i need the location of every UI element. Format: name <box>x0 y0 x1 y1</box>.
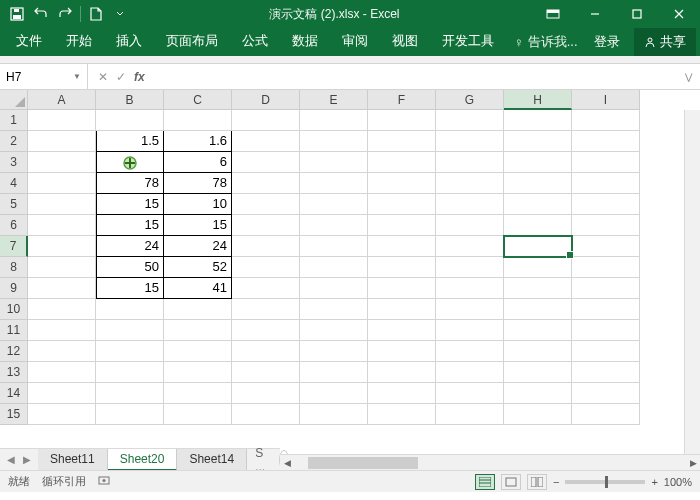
cell[interactable] <box>572 383 640 404</box>
tab-pagelayout[interactable]: 页面布局 <box>154 27 230 56</box>
cell[interactable] <box>300 278 368 299</box>
namebox-dropdown-icon[interactable]: ▼ <box>73 72 81 81</box>
cell[interactable] <box>164 383 232 404</box>
close-button[interactable] <box>658 0 700 28</box>
cell[interactable] <box>232 194 300 215</box>
cell[interactable] <box>28 383 96 404</box>
tab-home[interactable]: 开始 <box>54 27 104 56</box>
cell[interactable] <box>300 173 368 194</box>
cell[interactable] <box>368 236 436 257</box>
cell[interactable] <box>436 383 504 404</box>
cell[interactable] <box>28 278 96 299</box>
cell[interactable] <box>164 299 232 320</box>
cell[interactable] <box>232 404 300 425</box>
cell[interactable] <box>28 173 96 194</box>
cell[interactable] <box>572 278 640 299</box>
cell[interactable] <box>504 257 572 278</box>
horizontal-scrollbar[interactable]: ◀ ▶ <box>280 454 700 470</box>
cell[interactable] <box>572 215 640 236</box>
cell[interactable] <box>164 110 232 131</box>
cell[interactable]: 15 <box>96 278 164 299</box>
macro-record-icon[interactable] <box>98 474 110 489</box>
cell[interactable]: 50 <box>96 257 164 278</box>
cell[interactable] <box>436 131 504 152</box>
cell[interactable]: 1.6 <box>164 131 232 152</box>
cell[interactable] <box>368 194 436 215</box>
cell[interactable] <box>232 173 300 194</box>
cell[interactable] <box>436 152 504 173</box>
zoom-out-button[interactable]: − <box>553 476 559 488</box>
zoom-in-button[interactable]: + <box>651 476 657 488</box>
save-button[interactable] <box>6 3 28 25</box>
cell[interactable] <box>28 110 96 131</box>
cell[interactable] <box>300 404 368 425</box>
cell[interactable] <box>504 341 572 362</box>
row-header[interactable]: 8 <box>0 257 28 278</box>
cell[interactable] <box>232 383 300 404</box>
cell[interactable]: 15 <box>96 215 164 236</box>
cell[interactable] <box>28 215 96 236</box>
row-header[interactable]: 11 <box>0 320 28 341</box>
minimize-button[interactable] <box>574 0 616 28</box>
cell[interactable] <box>28 152 96 173</box>
cell[interactable] <box>232 110 300 131</box>
cell[interactable] <box>368 341 436 362</box>
cell[interactable] <box>28 194 96 215</box>
cell[interactable] <box>572 404 640 425</box>
sheet-tab[interactable]: Sheet14 <box>177 449 247 471</box>
cell[interactable]: 78 <box>164 173 232 194</box>
row-header[interactable]: 6 <box>0 215 28 236</box>
cell[interactable]: 15 <box>96 194 164 215</box>
row-header[interactable]: 4 <box>0 173 28 194</box>
cell[interactable] <box>232 362 300 383</box>
cells-area[interactable]: 1.51.66787815101515242450521541 <box>28 110 684 454</box>
redo-button[interactable] <box>54 3 76 25</box>
cell[interactable] <box>504 173 572 194</box>
cell[interactable] <box>368 404 436 425</box>
cell[interactable] <box>164 404 232 425</box>
cell[interactable] <box>572 173 640 194</box>
login-button[interactable]: 登录 <box>586 28 628 56</box>
row-header[interactable]: 9 <box>0 278 28 299</box>
cell[interactable] <box>572 341 640 362</box>
column-header[interactable]: F <box>368 90 436 110</box>
new-file-button[interactable] <box>85 3 107 25</box>
cell[interactable] <box>28 131 96 152</box>
cell[interactable] <box>300 383 368 404</box>
cell[interactable] <box>436 110 504 131</box>
cell[interactable] <box>300 110 368 131</box>
cell[interactable] <box>436 257 504 278</box>
row-header[interactable]: 3 <box>0 152 28 173</box>
cell[interactable] <box>368 110 436 131</box>
cell[interactable] <box>368 215 436 236</box>
cell[interactable] <box>368 152 436 173</box>
cell[interactable] <box>504 152 572 173</box>
view-pagelayout-button[interactable] <box>501 474 521 490</box>
cell[interactable] <box>300 131 368 152</box>
cell[interactable]: 15 <box>164 215 232 236</box>
cell[interactable] <box>368 278 436 299</box>
cell[interactable] <box>572 320 640 341</box>
column-header[interactable]: E <box>300 90 368 110</box>
cell[interactable] <box>436 404 504 425</box>
cell[interactable] <box>436 278 504 299</box>
cell[interactable] <box>28 404 96 425</box>
cell[interactable] <box>96 152 164 173</box>
cell[interactable] <box>368 320 436 341</box>
cell[interactable] <box>300 362 368 383</box>
cell[interactable] <box>368 362 436 383</box>
cell[interactable] <box>504 362 572 383</box>
cell[interactable]: 52 <box>164 257 232 278</box>
cell[interactable] <box>572 257 640 278</box>
vertical-scrollbar[interactable] <box>684 110 700 454</box>
cell[interactable] <box>436 341 504 362</box>
cell[interactable] <box>300 341 368 362</box>
tell-me[interactable]: ♀告诉我... <box>506 28 586 56</box>
name-box-input[interactable] <box>6 70 66 84</box>
sheet-tab[interactable]: Sheet20 <box>108 449 178 471</box>
row-header[interactable]: 7 <box>0 236 28 257</box>
cell[interactable] <box>504 404 572 425</box>
cell[interactable] <box>232 278 300 299</box>
cell[interactable] <box>164 320 232 341</box>
sheet-tab[interactable]: Sheet11 <box>38 449 108 471</box>
